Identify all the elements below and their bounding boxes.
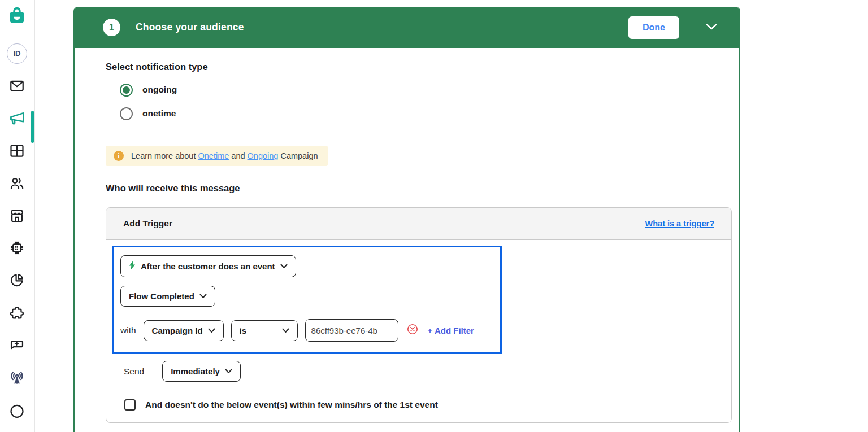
sidebar-item-campaigns[interactable] xyxy=(6,108,28,128)
collapse-section-button[interactable] xyxy=(705,23,718,33)
onetime-link[interactable]: Onetime xyxy=(198,151,229,160)
storefront-icon xyxy=(9,208,25,224)
radio-selected-icon xyxy=(120,84,133,97)
add-trigger-body: After the customer does an event Flow Co… xyxy=(106,240,731,421)
radio-option-onetime[interactable]: onetime xyxy=(120,105,739,122)
filter-operator-dropdown[interactable]: is xyxy=(231,320,298,341)
sidebar-item-plugins[interactable] xyxy=(6,303,28,323)
notification-type-options: ongoing onetime xyxy=(120,81,739,122)
what-is-trigger-link[interactable]: What is a trigger? xyxy=(645,219,714,228)
send-label: Send xyxy=(124,366,144,377)
info-banner-text: Learn more about Onetime and Ongoing Cam… xyxy=(131,151,318,160)
chip-icon xyxy=(9,240,25,256)
shopping-bag-icon xyxy=(7,6,27,25)
filter-operator-label: is xyxy=(240,326,247,335)
filter-attribute-label: Campaign Id xyxy=(152,326,203,335)
sidebar-item-email[interactable] xyxy=(6,76,28,96)
sidebar-item-analytics[interactable] xyxy=(6,270,28,290)
filter-attribute-dropdown[interactable]: Campaign Id xyxy=(144,320,224,341)
mail-icon xyxy=(9,78,25,94)
radio-option-label: onetime xyxy=(142,108,176,119)
trigger-condition-box: After the customer does an event Flow Co… xyxy=(112,246,502,354)
exclusion-checkbox[interactable] xyxy=(124,399,136,411)
megaphone-icon xyxy=(8,110,25,126)
notification-type-heading: Select notification type xyxy=(106,62,739,72)
radio-unselected-icon xyxy=(120,107,133,120)
puzzle-icon xyxy=(9,305,25,321)
chevron-down-icon xyxy=(199,294,207,299)
step-number-badge: 1 xyxy=(103,19,120,36)
chevron-down-icon xyxy=(282,328,289,333)
id-badge-icon: ID xyxy=(7,43,27,64)
sidebar-item-brand[interactable] xyxy=(6,6,28,26)
users-icon xyxy=(9,175,25,191)
chevron-down-icon xyxy=(280,264,288,269)
main-content: 1 Choose your audience Done Select notif… xyxy=(35,0,868,432)
sidebar-item-feedback[interactable] xyxy=(6,335,28,355)
active-nav-indicator xyxy=(31,111,34,143)
step-header: 1 Choose your audience Done xyxy=(75,7,739,48)
trigger-event-type-dropdown[interactable]: After the customer does an event xyxy=(120,255,296,277)
broadcast-antenna-icon xyxy=(8,369,25,386)
audience-heading: Who will receive this message xyxy=(106,183,739,194)
chat-plus-icon xyxy=(9,337,25,353)
send-timing-label: Immediately xyxy=(171,366,220,376)
sidebar-item-store[interactable] xyxy=(6,205,28,225)
sidebar-item-broadcast[interactable] xyxy=(6,367,28,387)
event-filter-row: with Campaign Id is xyxy=(120,319,493,342)
send-timing-row: Send Immediately xyxy=(124,361,726,382)
add-trigger-title: Add Trigger xyxy=(123,219,172,229)
chevron-down-icon xyxy=(705,23,718,33)
lightning-icon xyxy=(129,261,136,272)
grid-icon xyxy=(9,143,25,159)
info-icon: i xyxy=(114,151,124,161)
info-banner: i Learn more about Onetime and Ongoing C… xyxy=(106,146,328,166)
circle-icon xyxy=(9,402,25,418)
exclusion-event-row: And doesn't do the below event(s) within… xyxy=(124,399,726,411)
pie-chart-icon xyxy=(9,272,25,288)
filter-value-input[interactable] xyxy=(305,319,398,342)
sidebar-item-audience[interactable] xyxy=(6,173,28,193)
audience-step-card: 1 Choose your audience Done Select notif… xyxy=(73,7,740,432)
sidebar-item-more[interactable] xyxy=(6,400,28,420)
chevron-down-icon xyxy=(225,369,232,374)
add-filter-button[interactable]: + Add Filter xyxy=(428,326,474,335)
ongoing-link[interactable]: Ongoing xyxy=(248,151,279,160)
add-trigger-panel: Add Trigger What is a trigger? After the… xyxy=(106,207,732,423)
chevron-down-icon xyxy=(208,328,215,333)
exclusion-checkbox-label: And doesn't do the below event(s) within… xyxy=(145,400,438,410)
info-text-middle: and xyxy=(229,151,247,160)
radio-option-label: ongoing xyxy=(142,85,177,95)
page-title: Choose your audience xyxy=(136,21,244,33)
trigger-event-type-label: After the customer does an event xyxy=(141,261,275,271)
send-timing-dropdown[interactable]: Immediately xyxy=(162,361,241,382)
event-name-dropdown[interactable]: Flow Completed xyxy=(120,286,215,307)
radio-option-ongoing[interactable]: ongoing xyxy=(120,81,739,98)
step-body: Select notification type ongoing onetime… xyxy=(75,48,739,423)
add-trigger-header: Add Trigger What is a trigger? xyxy=(106,208,731,240)
sidebar-item-integrations[interactable] xyxy=(6,238,28,258)
with-label: with xyxy=(120,325,136,335)
event-name-label: Flow Completed xyxy=(129,291,194,301)
done-button[interactable]: Done xyxy=(628,16,679,39)
sidebar-item-dashboard[interactable] xyxy=(6,141,28,161)
info-text-suffix: Campaign xyxy=(278,151,318,160)
sidebar-item-identity[interactable]: ID xyxy=(6,43,28,63)
circle-x-icon xyxy=(407,324,418,337)
info-text-prefix: Learn more about xyxy=(131,151,198,160)
remove-filter-button[interactable] xyxy=(407,324,418,337)
sidebar: ID xyxy=(0,0,35,432)
